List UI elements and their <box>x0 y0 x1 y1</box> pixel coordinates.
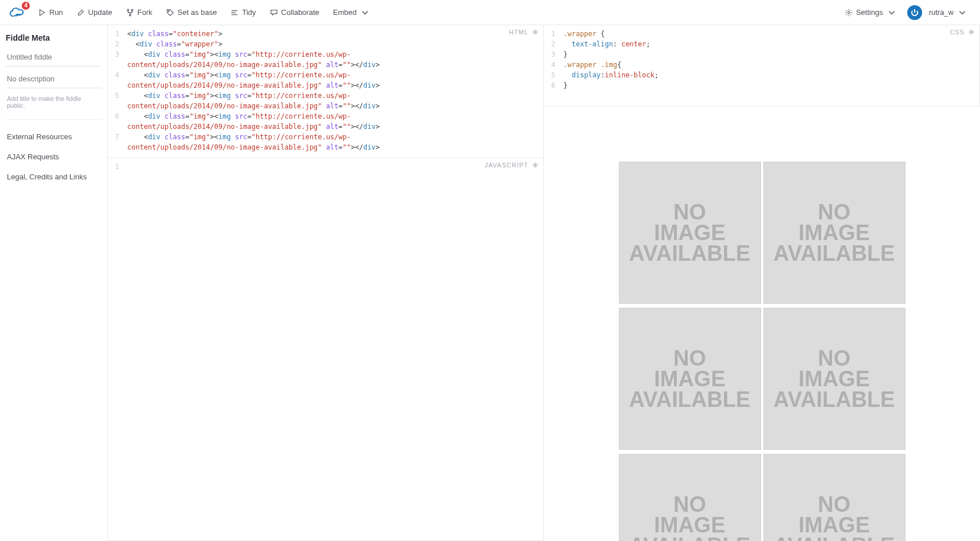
panel-label-html: HTML <box>509 29 539 36</box>
tag-icon <box>166 9 174 17</box>
css-editor[interactable]: 123456 .wrapper { text-align: center;}.w… <box>544 25 980 107</box>
code-area[interactable]: <div class="conteiner"> <div class="wrap… <box>123 25 543 158</box>
panel-label-css: CSS <box>950 29 975 36</box>
line-gutter: 123 4 5 6 7 <box>108 25 123 158</box>
chevron-down-icon <box>888 9 896 17</box>
gear-icon[interactable] <box>532 29 539 36</box>
html-editor[interactable]: 123 4 5 6 7 <div class="conteiner"> <div… <box>108 25 544 158</box>
tidy-icon <box>230 9 238 17</box>
fork-button[interactable]: Fork <box>120 5 158 20</box>
avatar[interactable] <box>907 5 922 20</box>
update-button[interactable]: Update <box>71 5 118 20</box>
svg-point-4 <box>848 11 850 14</box>
pencil-icon <box>77 9 85 17</box>
play-icon <box>38 9 46 17</box>
sidebar-item-ajax[interactable]: AJAX Requests <box>6 147 101 167</box>
user-menu[interactable]: rutra_w <box>928 5 972 20</box>
preview-image <box>763 454 905 541</box>
line-gutter: 123456 <box>544 25 559 106</box>
code-area[interactable]: .wrapper { text-align: center;}.wrapper … <box>559 25 979 106</box>
svg-point-3 <box>168 10 169 11</box>
chevron-down-icon <box>361 9 369 17</box>
logo[interactable]: 4 <box>8 5 26 20</box>
gear-icon[interactable] <box>532 162 539 168</box>
preview-image <box>619 162 761 304</box>
js-editor[interactable]: 1 JAVASCRIPT <box>108 158 544 541</box>
fiddle-description-input[interactable] <box>6 70 101 88</box>
chat-icon <box>270 9 278 17</box>
collaborate-button[interactable]: Collaborate <box>264 5 326 20</box>
panel-label-js: JAVASCRIPT <box>485 162 539 168</box>
line-gutter: 1 <box>108 158 123 540</box>
fiddle-meta-heading: Fiddle Meta <box>6 33 101 42</box>
embed-button[interactable]: Embed <box>327 5 375 20</box>
run-button[interactable]: Run <box>32 5 69 20</box>
gear-icon <box>845 9 853 17</box>
sidebar-item-external-resources[interactable]: External Resources <box>6 127 101 147</box>
gear-icon[interactable] <box>968 29 975 36</box>
svg-point-7 <box>535 164 536 166</box>
preview-image <box>763 162 905 304</box>
result-preview <box>544 158 980 541</box>
svg-point-6 <box>971 32 973 33</box>
setbase-button[interactable]: Set as base <box>160 5 223 20</box>
tidy-button[interactable]: Tidy <box>225 5 261 20</box>
svg-point-5 <box>535 32 536 33</box>
public-hint: Add title to make the fiddle public. <box>6 92 101 120</box>
sidebar: Fiddle Meta Add title to make the fiddle… <box>0 25 108 541</box>
power-icon <box>910 8 919 17</box>
sidebar-item-legal[interactable]: Legal, Credits and Links <box>6 167 101 187</box>
fiddle-title-input[interactable] <box>6 48 101 66</box>
topbar: 4 Run Update Fork Set as base Tidy Colla… <box>0 0 980 25</box>
fork-icon <box>126 9 134 17</box>
chevron-down-icon <box>958 9 966 17</box>
preview-image <box>763 308 905 450</box>
preview-image <box>619 454 761 541</box>
code-area[interactable] <box>123 158 543 540</box>
notification-badge[interactable]: 4 <box>22 2 30 10</box>
settings-button[interactable]: Settings <box>839 5 901 20</box>
preview-image <box>619 308 761 450</box>
